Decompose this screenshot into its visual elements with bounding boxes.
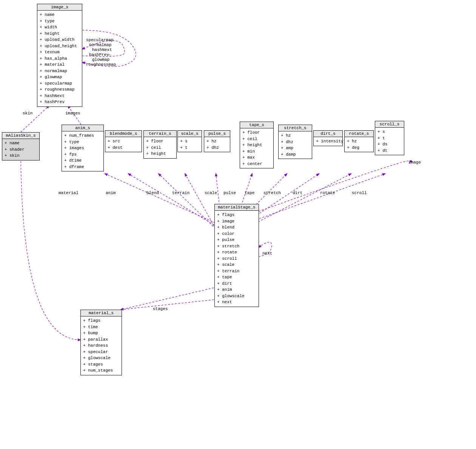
materialstage-s-fields: + flags + image + blend + color + pulse …: [215, 211, 259, 307]
skin-label: skin: [23, 111, 32, 116]
blendmode-s-box: blendmode_s + src + dest: [105, 130, 142, 152]
maliasskin-s-fields: + name + shader + skin: [2, 139, 39, 160]
material-s-title: material_s: [81, 310, 122, 316]
svg-line-11: [253, 174, 385, 221]
scroll-s-fields: + s + t + ds + dt: [375, 128, 404, 155]
material-label: material: [59, 191, 79, 195]
tape-s-box: tape_s + floor + ceil + height + min + m…: [240, 122, 274, 168]
roughnessmap-label: roughnessmap: [86, 62, 116, 67]
svg-line-2: [105, 174, 215, 223]
svg-line-5: [185, 174, 219, 235]
materialstage-s-box: materialStage_s + flags + image + blend …: [214, 204, 259, 307]
maliasskin-s-box: mAliasSkin_s + name + shader + skin: [2, 132, 40, 160]
dirt-s-box: dirt_s + intensity: [313, 130, 343, 146]
terrain-s-box: terrain_s + floor + ceil + height: [143, 130, 177, 159]
rotate-s-title: rotate_s: [345, 131, 373, 137]
dirt-label: dirt: [293, 191, 302, 195]
dirt-s-title: dirt_s: [314, 131, 342, 137]
image-s-title: image_s: [37, 4, 82, 11]
next-label: next: [262, 251, 272, 256]
material-s-fields: + flags + time + bump + parallax + hardn…: [81, 316, 122, 375]
pulse-label: pulse: [223, 191, 236, 195]
scale-label: scale: [205, 191, 217, 195]
stretch-label: stretch: [263, 191, 281, 195]
anim-s-title: anim_s: [62, 125, 103, 131]
anim-s-box: anim_s + num_frames + type + images + fp…: [62, 125, 104, 171]
terrain-s-fields: + floor + ceil + height: [144, 137, 176, 158]
terrain-s-title: terrain_s: [144, 131, 176, 137]
scroll-s-box: scroll_s + s + t + ds + dt: [375, 121, 404, 155]
dirt-s-fields: + intensity: [314, 137, 342, 146]
materialstage-s-title: materialStage_s: [215, 204, 259, 211]
blendmode-s-fields: + src + dest: [105, 137, 142, 152]
glowmap-label: glowmap: [92, 57, 109, 62]
stretch-s-title: stretch_s: [279, 125, 312, 131]
images-label: images: [65, 111, 80, 116]
scale-s-box: scale_s + s + t: [177, 130, 202, 152]
scroll-label: scroll: [352, 191, 367, 195]
tape-s-title: tape_s: [240, 122, 273, 128]
svg-line-4: [159, 174, 218, 231]
scale-s-title: scale_s: [178, 131, 202, 137]
material-s-box: material_s + flags + time + bump + paral…: [80, 310, 122, 375]
svg-line-12: [121, 298, 226, 310]
rotate-label: rotate: [320, 191, 335, 195]
normalmap-label: normalmap: [89, 43, 111, 47]
pulse-s-fields: + hz + dhz: [204, 137, 230, 152]
terrain-label: terrain: [172, 191, 189, 195]
hashPrev-label: hashPrev←: [89, 52, 111, 57]
blend-label: blend: [146, 191, 159, 195]
image-s-fields: + name + type + width + height + upload_…: [37, 11, 82, 106]
pulse-s-box: pulse_s + hz + dhz: [204, 130, 230, 152]
scale-s-fields: + s + t: [178, 137, 202, 152]
image-label: image: [408, 160, 421, 165]
svg-line-0: [21, 106, 49, 132]
stretch-s-fields: + hz + dhz + amp + damp: [279, 131, 312, 159]
specularmap-label: specularmap: [86, 38, 114, 42]
svg-line-13: [121, 287, 217, 310]
tape-s-fields: + floor + ceil + height + min + max + ce…: [240, 128, 273, 168]
tape-label: tape: [245, 191, 254, 195]
hashNext-label: hashNext: [92, 48, 112, 52]
anim-label: anim: [106, 191, 116, 195]
anim-s-fields: + num_frames + type + images + fps + dti…: [62, 131, 103, 171]
svg-line-3: [128, 174, 217, 227]
blendmode-s-title: blendmode_s: [105, 131, 142, 137]
rotate-s-box: rotate_s + hz + deg: [344, 130, 374, 152]
svg-line-10: [249, 174, 351, 227]
image-s-box: image_s + name + type + width + height +…: [37, 4, 82, 107]
scroll-s-title: scroll_s: [375, 121, 404, 128]
stretch-s-box: stretch_s + hz + dhz + amp + damp: [278, 125, 312, 159]
maliasskin-s-title: mAliasSkin_s: [2, 133, 39, 139]
rotate-s-fields: + hz + deg: [345, 137, 373, 152]
pulse-s-title: pulse_s: [204, 131, 230, 137]
stages-label: stages: [153, 307, 168, 311]
